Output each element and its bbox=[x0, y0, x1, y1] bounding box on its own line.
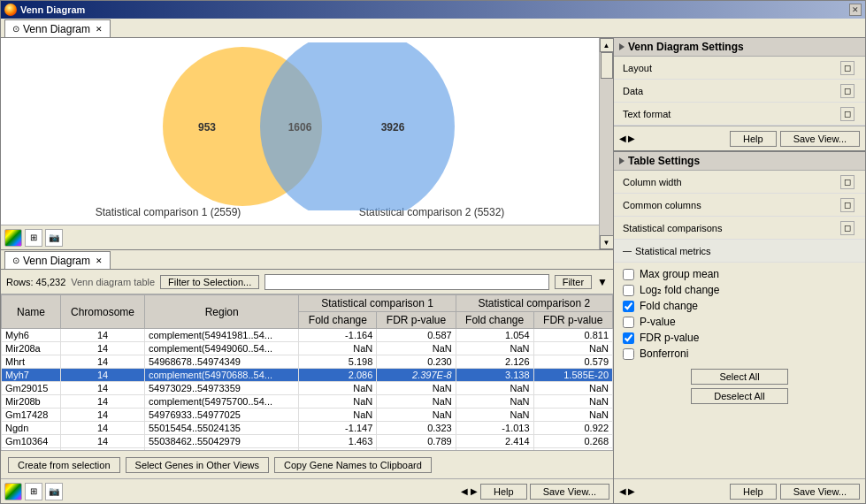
th-fdr1[interactable]: FDR p-value bbox=[377, 312, 456, 329]
venn-scroll-right[interactable]: ▶ bbox=[628, 134, 635, 143]
toolbar-icon-3[interactable]: 📷 bbox=[45, 229, 63, 247]
stat-comparisons-label: Statistical comparisons bbox=[623, 223, 840, 233]
venn-scrollbar[interactable]: ▲ ▼ bbox=[599, 38, 613, 249]
filter-to-selection-btn[interactable]: Filter to Selection... bbox=[160, 275, 259, 289]
fdr1-col: NaN bbox=[377, 409, 456, 422]
table-settings-expand-icon[interactable] bbox=[619, 157, 625, 164]
column-width-row: Column width ◻ bbox=[614, 171, 865, 194]
venn-data-expand[interactable]: ◻ bbox=[840, 84, 855, 98]
column-width-expand[interactable]: ◻ bbox=[840, 175, 855, 189]
table-row[interactable]: Myh614complement(54941981..54...-1.1640.… bbox=[2, 329, 613, 342]
region-col: 55038462..55042979 bbox=[144, 435, 299, 448]
table-save-view-btn[interactable]: Save View... bbox=[780, 484, 860, 500]
venn-settings-section: Venn Diagram Settings Layout ◻ Data ◻ Te… bbox=[614, 38, 865, 152]
tab-table-icon: ⊙ bbox=[12, 256, 19, 265]
fc1-col: NaN bbox=[299, 382, 377, 395]
filter-input[interactable] bbox=[264, 274, 548, 290]
scroll-left-btn[interactable]: ◀ bbox=[461, 486, 468, 496]
metric-checkbox-4[interactable] bbox=[623, 332, 634, 344]
fc2-col: 2.126 bbox=[456, 355, 533, 369]
fdr1-col: NaN bbox=[377, 395, 456, 409]
fdr1-col: 0.789 bbox=[377, 435, 456, 448]
th-fc1[interactable]: Fold change bbox=[299, 312, 377, 329]
fdr2-col: 0.268 bbox=[533, 435, 612, 448]
scroll-thumb[interactable] bbox=[601, 52, 613, 79]
bottom-save-view-btn[interactable]: Save View... bbox=[530, 484, 609, 500]
venn-data-label: Data bbox=[623, 86, 840, 96]
tab-venn-diagram[interactable]: ⊙ Venn Diagram ✕ bbox=[4, 19, 111, 37]
metric-label-4: FDR p-value bbox=[640, 332, 699, 344]
th-chromosome[interactable]: Chromosome bbox=[61, 295, 145, 329]
metric-checkbox-1[interactable] bbox=[623, 285, 634, 296]
filter-menu-icon[interactable]: ▼ bbox=[597, 276, 608, 288]
select-all-btn[interactable]: Select All bbox=[691, 369, 788, 385]
venn-scroll-left[interactable]: ◀ bbox=[619, 134, 626, 143]
scroll-right-btn[interactable]: ▶ bbox=[471, 486, 478, 496]
fdr2-col: NaN bbox=[533, 409, 612, 422]
metric-checkbox-2[interactable] bbox=[623, 301, 634, 312]
table-row[interactable]: Gm174281454976933..54977025NaNNaNNaNNaN bbox=[2, 409, 613, 422]
stat-comparisons-expand[interactable]: ◻ bbox=[840, 221, 855, 235]
table-row[interactable]: Gm103641455038462..550429791.4630.7892.4… bbox=[2, 435, 613, 448]
th-fdr2[interactable]: FDR p-value bbox=[533, 312, 612, 329]
chrom-col: 14 bbox=[61, 395, 145, 409]
fc1-col: 5.198 bbox=[299, 355, 377, 369]
venn-diagram-svg[interactable]: 953 1606 3926 bbox=[79, 42, 521, 210]
bottom-icon-2[interactable]: ⊞ bbox=[25, 483, 42, 500]
fdr1-col: 0.587 bbox=[377, 329, 456, 342]
venn-value-right: 3926 bbox=[381, 121, 405, 134]
filter-btn[interactable]: Filter bbox=[555, 275, 592, 289]
fc2-col: 2.414 bbox=[456, 435, 533, 448]
select-genes-btn[interactable]: Select Genes in Other Views bbox=[126, 457, 269, 473]
th-stat2-group: Statistical comparison 2 bbox=[456, 295, 612, 312]
venn-help-btn[interactable]: Help bbox=[730, 131, 777, 147]
metric-checkbox-5[interactable] bbox=[623, 348, 634, 360]
common-columns-label: Common columns bbox=[623, 200, 840, 210]
fdr2-col: 0.922 bbox=[533, 422, 612, 435]
stat-metrics-expand-icon[interactable]: — bbox=[623, 246, 632, 256]
metrics-checkboxes: Max group meanLog₂ fold changeFold chang… bbox=[614, 263, 865, 365]
app-icon bbox=[4, 4, 17, 16]
tab-venn-table[interactable]: ⊙ Venn Diagram ✕ bbox=[4, 251, 111, 269]
table-row[interactable]: Ngdn1455015454..55024135-1.1470.323-1.01… bbox=[2, 422, 613, 435]
venn-settings-expand-icon[interactable] bbox=[619, 43, 625, 50]
common-columns-expand[interactable]: ◻ bbox=[840, 198, 855, 212]
table-row[interactable]: Gm290151454973029..54973359NaNNaNNaNNaN bbox=[2, 382, 613, 395]
table-help-btn[interactable]: Help bbox=[730, 484, 777, 500]
scroll-down-arrow[interactable]: ▼ bbox=[600, 235, 614, 249]
venn-save-view-btn[interactable]: Save View... bbox=[780, 131, 860, 147]
close-button[interactable]: ✕ bbox=[849, 4, 862, 16]
table-settings-header: Table Settings bbox=[614, 152, 865, 171]
table-row[interactable]: Mhrt1454968678..549743495.1980.2302.1260… bbox=[2, 355, 613, 369]
region-col: 54976933..54977025 bbox=[144, 409, 299, 422]
th-name[interactable]: Name bbox=[2, 295, 61, 329]
th-region[interactable]: Region bbox=[144, 295, 299, 329]
table-scroll-right[interactable]: ▶ bbox=[628, 486, 635, 496]
bottom-icon-3[interactable]: 📷 bbox=[45, 483, 63, 500]
metric-checkbox-0[interactable] bbox=[623, 269, 634, 280]
table-settings-section: Table Settings Column width ◻ Common col… bbox=[614, 152, 865, 503]
table-row[interactable]: Mir208a14complement(54949060..54...NaNNa… bbox=[2, 342, 613, 355]
table-settings-footer: ◀ ▶ Help Save View... bbox=[614, 478, 865, 503]
venn-value-left: 953 bbox=[198, 121, 216, 134]
tab-table-close[interactable]: ✕ bbox=[96, 256, 103, 265]
tab-close-icon[interactable]: ✕ bbox=[96, 25, 103, 34]
table-wrapper[interactable]: Name Chromosome Region Statistical compa… bbox=[1, 294, 613, 450]
copy-gene-names-btn[interactable]: Copy Gene Names to Clipboard bbox=[274, 457, 432, 473]
toolbar-icon-2[interactable]: ⊞ bbox=[25, 229, 42, 247]
tab-table-label: Venn Diagram bbox=[23, 255, 90, 267]
bottom-icon-1[interactable] bbox=[4, 483, 22, 500]
table-row[interactable]: Mir208b14complement(54975700..54...NaNNa… bbox=[2, 395, 613, 409]
venn-layout-expand[interactable]: ◻ bbox=[840, 61, 855, 75]
th-fc2[interactable]: Fold change bbox=[456, 312, 533, 329]
bottom-help-btn[interactable]: Help bbox=[480, 484, 527, 500]
create-from-selection-btn[interactable]: Create from selection bbox=[8, 457, 120, 473]
scroll-up-arrow[interactable]: ▲ bbox=[600, 38, 614, 52]
chrom-col: 14 bbox=[61, 355, 145, 369]
metric-checkbox-3[interactable] bbox=[623, 317, 634, 328]
venn-textformat-expand[interactable]: ◻ bbox=[840, 107, 855, 121]
deselect-all-btn[interactable]: Deselect All bbox=[691, 388, 788, 404]
table-row[interactable]: Myh714complement(54970688..54...2.0862.3… bbox=[2, 369, 613, 382]
table-scroll-left[interactable]: ◀ bbox=[619, 486, 626, 496]
toolbar-icon-1[interactable] bbox=[4, 229, 22, 247]
